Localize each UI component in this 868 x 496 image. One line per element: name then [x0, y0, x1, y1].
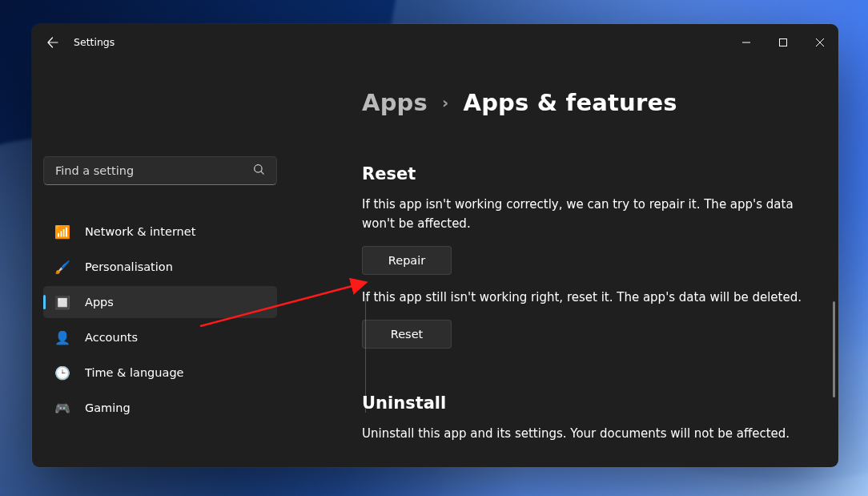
- reset-section: Reset If this app isn't working correctl…: [362, 164, 819, 361]
- sidebar-item-gaming[interactable]: 🎮Gaming: [43, 392, 277, 424]
- sidebar-item-accounts-icon: 👤: [54, 330, 70, 345]
- back-button[interactable]: [32, 36, 74, 49]
- sidebar-item-apps[interactable]: 🔲Apps: [43, 286, 277, 318]
- maximize-icon: [779, 38, 787, 46]
- reset-heading: Reset: [362, 164, 819, 183]
- sidebar-item-apps-icon: 🔲: [54, 295, 70, 310]
- search-icon: [253, 163, 265, 179]
- sidebar-item-time-language[interactable]: 🕒Time & language: [43, 357, 277, 389]
- minimize-button[interactable]: [728, 30, 765, 55]
- sidebar-nav: 📶Network & internet🖌️Personalisation🔲App…: [43, 216, 277, 424]
- sidebar-item-label: Apps: [85, 296, 114, 308]
- arrow-left-icon: [46, 36, 59, 49]
- repair-description: If this app isn't working correctly, we …: [362, 195, 819, 233]
- sidebar-item-network[interactable]: 📶Network & internet: [43, 216, 277, 248]
- settings-window: Settings 📶Network & internet🖌️Personalis…: [32, 24, 838, 467]
- sidebar-item-network-icon: 📶: [54, 224, 70, 240]
- reset-button[interactable]: Reset: [362, 320, 452, 349]
- sidebar: 📶Network & internet🖌️Personalisation🔲App…: [32, 60, 288, 467]
- titlebar: Settings: [32, 24, 838, 60]
- sidebar-item-gaming-icon: 🎮: [54, 401, 70, 416]
- breadcrumb-parent[interactable]: Apps: [362, 89, 428, 116]
- window-title: Settings: [74, 36, 115, 48]
- repair-button[interactable]: Repair: [362, 246, 452, 275]
- caption-buttons: [728, 30, 838, 55]
- uninstall-section: Uninstall Uninstall this app and its set…: [362, 393, 819, 443]
- minimize-icon: [742, 38, 750, 46]
- reset-description: If this app still isn't working right, r…: [362, 288, 819, 307]
- sidebar-item-personalisation-icon: 🖌️: [54, 260, 70, 275]
- search-input[interactable]: [55, 164, 253, 177]
- sidebar-item-personalisation[interactable]: 🖌️Personalisation: [43, 251, 277, 283]
- maximize-button[interactable]: [765, 30, 802, 55]
- sidebar-item-label: Personalisation: [85, 260, 173, 273]
- content-area: Apps › Apps & features Reset If this app…: [288, 60, 838, 467]
- uninstall-description: Uninstall this app and its settings. You…: [362, 424, 819, 443]
- chevron-right-icon: ›: [442, 93, 448, 112]
- sidebar-item-label: Accounts: [85, 331, 138, 344]
- sidebar-item-label: Gaming: [85, 401, 131, 414]
- sidebar-item-time-language-icon: 🕒: [54, 365, 70, 381]
- sidebar-item-accounts[interactable]: 👤Accounts: [43, 321, 277, 353]
- close-button[interactable]: [802, 30, 838, 55]
- sidebar-item-label: Network & internet: [85, 225, 195, 238]
- content-scrollbar[interactable]: [833, 301, 835, 397]
- search-box[interactable]: [43, 156, 277, 185]
- svg-rect-0: [780, 38, 787, 46]
- sidebar-item-label: Time & language: [85, 366, 184, 379]
- breadcrumb-current: Apps & features: [463, 89, 677, 116]
- breadcrumb: Apps › Apps & features: [362, 89, 819, 116]
- uninstall-heading: Uninstall: [362, 393, 819, 413]
- close-icon: [816, 38, 824, 46]
